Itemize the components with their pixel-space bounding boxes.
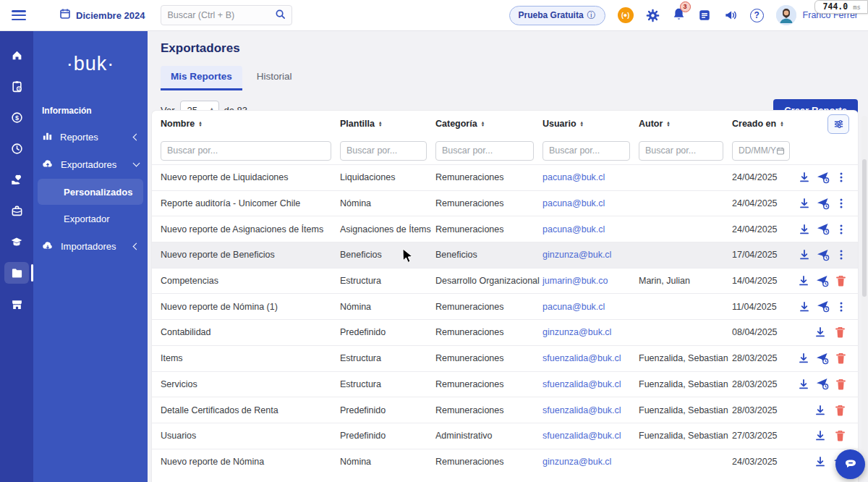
delete-icon[interactable] bbox=[835, 378, 846, 391]
scheduled-send-icon[interactable] bbox=[817, 300, 830, 313]
filter-autor-input[interactable] bbox=[639, 141, 723, 161]
download-icon[interactable] bbox=[814, 404, 827, 417]
cell-usuario-link[interactable]: pacuna@buk.cl bbox=[542, 224, 639, 234]
cell-usuario-link[interactable]: pacuna@buk.cl bbox=[542, 198, 639, 208]
table-row[interactable]: CompetenciasEstructuraDesarrollo Organiz… bbox=[152, 268, 858, 294]
kebab-menu-icon[interactable] bbox=[836, 300, 846, 313]
table-row[interactable]: ServiciosEstructuraRemuneracionessfuenza… bbox=[152, 371, 858, 397]
scheduled-send-icon[interactable] bbox=[816, 352, 829, 365]
cell-usuario-link[interactable]: ginzunza@buk.cl bbox=[542, 457, 639, 467]
trial-button[interactable]: Prueba Gratuita ⓘ bbox=[509, 6, 605, 25]
column-settings-button[interactable] bbox=[827, 114, 849, 134]
scheduled-send-icon[interactable] bbox=[816, 274, 829, 287]
table-row[interactable]: Nuevo reporte de LiquidacionesLiquidacio… bbox=[152, 164, 858, 190]
download-icon[interactable] bbox=[799, 197, 810, 210]
table-row[interactable]: Nuevo reporte de Asignaciones de ÍtemsAs… bbox=[152, 216, 858, 242]
rail-talent-icon[interactable] bbox=[4, 169, 29, 190]
record-icon[interactable]: (●) bbox=[618, 7, 634, 23]
sidebar-subitem-personalizados[interactable]: Personalizados bbox=[38, 179, 143, 205]
scheduled-send-icon[interactable] bbox=[816, 378, 829, 391]
settings-gear-icon[interactable] bbox=[646, 9, 660, 22]
tab-historial[interactable]: Historial bbox=[247, 66, 302, 90]
cell-usuario-link[interactable]: sfuenzalida@buk.cl bbox=[542, 353, 639, 363]
kebab-menu-icon[interactable] bbox=[836, 197, 846, 210]
main-content: Exportadores Mis Reportes Historial Ver … bbox=[148, 31, 868, 482]
filter-date-input[interactable]: DD/MM/Y bbox=[732, 141, 790, 161]
cell-usuario-link[interactable]: sfuenzalida@buk.cl bbox=[542, 431, 639, 441]
kebab-menu-icon[interactable] bbox=[836, 223, 846, 236]
help-icon[interactable]: ? bbox=[750, 9, 764, 22]
sidebar-item-reportes[interactable]: Reportes bbox=[33, 123, 148, 151]
filter-plantilla-input[interactable] bbox=[340, 141, 427, 161]
cell-usuario-link[interactable]: sfuenzalida@buk.cl bbox=[542, 379, 639, 389]
notifications-button[interactable]: 3 bbox=[672, 7, 686, 24]
download-icon[interactable] bbox=[799, 300, 810, 313]
sidebar-subitem-exportador[interactable]: Exportador bbox=[38, 206, 143, 232]
delete-icon[interactable] bbox=[835, 274, 846, 287]
kebab-menu-icon[interactable] bbox=[836, 248, 846, 261]
column-header-plantilla[interactable]: Plantilla▲▼ bbox=[340, 119, 435, 129]
rail-briefcase-icon[interactable] bbox=[4, 200, 29, 221]
download-icon[interactable] bbox=[814, 429, 827, 442]
rail-storefront-icon[interactable] bbox=[4, 293, 29, 315]
table-row[interactable]: UsuariosPredefinidoAdministrativosfuenza… bbox=[152, 423, 858, 449]
scheduled-send-icon[interactable] bbox=[817, 197, 830, 210]
period-selector[interactable]: Diciembre 2024 bbox=[59, 8, 145, 22]
download-icon[interactable] bbox=[799, 274, 809, 287]
chat-launcher-button[interactable] bbox=[835, 449, 865, 479]
rail-money-icon[interactable]: $ bbox=[4, 106, 29, 128]
download-icon[interactable] bbox=[799, 223, 810, 236]
download-icon[interactable] bbox=[814, 455, 827, 468]
tab-mis-reportes[interactable]: Mis Reportes bbox=[161, 66, 242, 90]
rail-clipboard-icon[interactable] bbox=[4, 75, 29, 97]
global-search-input[interactable]: Buscar (Ctrl + B) bbox=[161, 5, 292, 25]
rail-folder-icon[interactable] bbox=[4, 262, 29, 284]
download-icon[interactable] bbox=[814, 326, 827, 339]
sidebar-item-exportadores[interactable]: Exportadores bbox=[33, 151, 148, 178]
delete-icon[interactable] bbox=[833, 404, 846, 417]
cell-usuario-link[interactable]: ginzunza@buk.cl bbox=[542, 250, 639, 260]
menu-toggle-icon[interactable] bbox=[12, 10, 26, 20]
cell-usuario-link[interactable]: pacuna@buk.cl bbox=[542, 302, 639, 312]
cell-usuario-link[interactable]: pacuna@buk.cl bbox=[542, 172, 639, 182]
kebab-menu-icon[interactable] bbox=[836, 171, 846, 184]
table-row[interactable]: Nuevo reporte de BeneficiosBeneficiosBen… bbox=[152, 242, 858, 268]
column-header-categoria[interactable]: Categoría▲▼ bbox=[435, 119, 542, 129]
table-row[interactable]: Detalle Certificados de RentaPredefinido… bbox=[152, 397, 858, 423]
table-row[interactable]: Reporte auditoría - Unicomer ChileNómina… bbox=[152, 190, 858, 216]
filter-usuario-input[interactable] bbox=[542, 141, 630, 161]
delete-icon[interactable] bbox=[833, 326, 846, 339]
search-icon[interactable] bbox=[275, 9, 286, 22]
rail-graduation-cap-icon[interactable] bbox=[4, 231, 29, 253]
column-header-usuario[interactable]: Usuario▲▼ bbox=[542, 119, 639, 129]
filter-categoria-input[interactable] bbox=[435, 141, 534, 161]
user-avatar[interactable] bbox=[776, 5, 796, 25]
download-icon[interactable] bbox=[799, 248, 810, 261]
scheduled-send-icon[interactable] bbox=[817, 248, 830, 261]
filter-nombre-input[interactable] bbox=[161, 141, 331, 161]
scheduled-send-icon[interactable] bbox=[817, 223, 830, 236]
column-header-creado-en[interactable]: Creado en▲▼ bbox=[732, 119, 799, 129]
announcements-megaphone-icon[interactable] bbox=[723, 8, 738, 22]
table-row[interactable]: Nuevo reporte de NóminaNóminaRemuneracio… bbox=[152, 449, 858, 475]
cell-usuario-link[interactable]: sfuenzalida@buk.cl bbox=[542, 405, 639, 415]
download-icon[interactable] bbox=[799, 378, 809, 391]
scrollbar-thumb[interactable] bbox=[862, 159, 867, 297]
column-header-nombre[interactable]: Nombre▲▼ bbox=[161, 119, 340, 129]
scheduled-send-icon[interactable] bbox=[817, 171, 830, 184]
delete-icon[interactable] bbox=[835, 352, 846, 365]
table-row[interactable]: ContabilidadPredefinidoRemuneracionesgin… bbox=[152, 319, 858, 345]
rail-home-icon[interactable] bbox=[4, 44, 29, 66]
vertical-scrollbar[interactable] bbox=[861, 116, 867, 478]
table-row[interactable]: Nuevo reporte de Nómina (1)NóminaRemuner… bbox=[152, 293, 858, 319]
cell-usuario-link[interactable]: ginzunza@buk.cl bbox=[542, 327, 639, 337]
rail-clock-icon[interactable] bbox=[4, 138, 29, 159]
delete-icon[interactable] bbox=[833, 429, 846, 442]
sidebar-item-importadores[interactable]: Importadores bbox=[33, 232, 148, 260]
download-icon[interactable] bbox=[799, 352, 809, 365]
cell-usuario-link[interactable]: jumarin@buk.co bbox=[542, 276, 639, 286]
download-icon[interactable] bbox=[799, 171, 810, 184]
column-header-autor[interactable]: Autor▲▼ bbox=[639, 119, 732, 129]
document-icon[interactable] bbox=[698, 9, 711, 22]
table-row[interactable]: ItemsEstructuraRemuneracionessfuenzalida… bbox=[152, 345, 858, 371]
